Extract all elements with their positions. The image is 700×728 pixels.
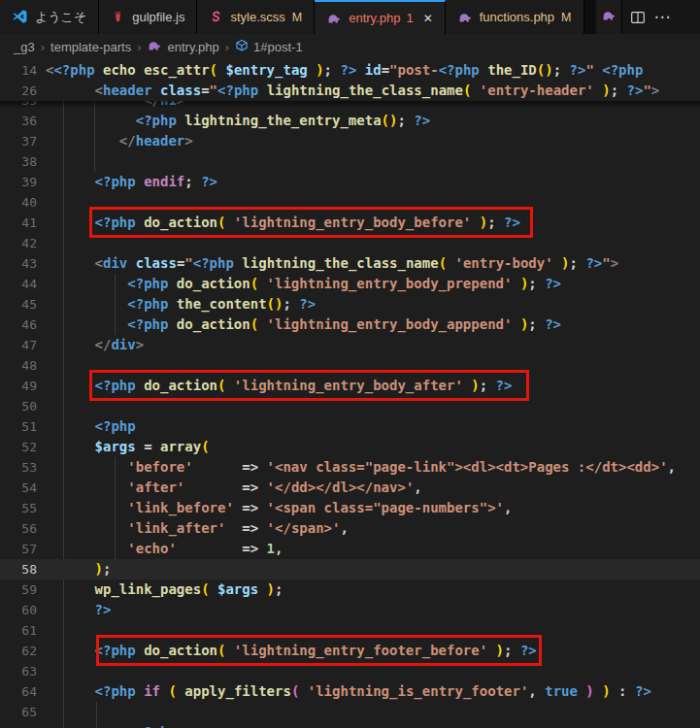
line-number[interactable]: 43	[0, 253, 37, 274]
code-line-60[interactable]: 60?>	[0, 600, 700, 620]
code-line-38[interactable]: 38	[0, 151, 700, 172]
token-bool: true	[545, 683, 578, 699]
line-number[interactable]: 42	[0, 233, 37, 253]
more-actions-icon[interactable]: ⋯	[654, 7, 672, 27]
tab-entry.php[interactable]: entry.php1✕	[315, 0, 446, 34]
code-line-41[interactable]: 41<?php do_action( 'lightning_entry_body…	[0, 213, 700, 233]
code-line-63[interactable]: 63	[0, 661, 700, 681]
split-editor-icon[interactable]	[630, 10, 646, 25]
code-text: 'link_before' => '<span class="page-numb…	[37, 498, 512, 518]
code-line-53[interactable]: 53'before' => '<nav class="page-link"><d…	[0, 457, 700, 478]
code-line-54[interactable]: 54'after' => '</dd></dl></nav>',	[0, 478, 700, 498]
breadcrumb-item-1-post-1[interactable]: 1#post-1	[235, 39, 303, 55]
code-line-37[interactable]: 37</header>	[0, 131, 700, 151]
code-line-39[interactable]: 39<?php endif; ?>	[0, 172, 700, 192]
code-line-50[interactable]: 50	[0, 396, 700, 416]
code-line-51[interactable]: 51<?php	[0, 416, 700, 437]
token-op: ,	[340, 520, 348, 536]
indent-guide-icon	[94, 151, 95, 172]
code-line-56[interactable]: 56'link_after' => '</span>',	[0, 518, 700, 539]
code-line-58[interactable]: 58);	[0, 559, 700, 579]
token-fn: do_action	[144, 215, 217, 230]
line-number[interactable]: 36	[0, 111, 37, 131]
breadcrumb-item-template-parts[interactable]: template-parts	[50, 40, 131, 54]
code-line-64[interactable]: 64<?php if ( apply_filters( 'lightning_i…	[0, 681, 700, 702]
close-icon[interactable]: ✕	[423, 12, 433, 25]
line-number[interactable]: 62	[0, 641, 37, 661]
line-number[interactable]: 58	[0, 559, 37, 579]
token-str: 'lightning_entry_body_before'	[234, 215, 471, 230]
code-line-40[interactable]: 40	[0, 192, 700, 213]
line-number[interactable]: 37	[0, 131, 37, 151]
line-number[interactable]: 39	[0, 172, 37, 192]
line-number[interactable]: 59	[0, 579, 37, 600]
code-line-42[interactable]: 42	[0, 233, 700, 253]
token-op: ;	[553, 62, 570, 78]
line-number[interactable]: 60	[0, 600, 37, 620]
line-number[interactable]: 55	[0, 498, 37, 518]
line-number[interactable]: 63	[0, 661, 37, 681]
tab-functions.php[interactable]: functions.phpM	[446, 0, 584, 34]
line-number[interactable]: 53	[0, 457, 37, 478]
sticky-scroll: 14<<?php echo esc_attr( $entry_tag ); ?>…	[0, 60, 700, 101]
token-op: ;	[397, 113, 414, 128]
code-line-61[interactable]: 61	[0, 620, 700, 641]
code-line-52[interactable]: 52$args = array(	[0, 437, 700, 457]
token-b1: (	[201, 439, 209, 454]
token-php: <?php	[95, 643, 145, 658]
token-tag: div	[103, 255, 127, 271]
code-line-47[interactable]: 47</div>	[0, 335, 700, 355]
line-number[interactable]: 49	[0, 376, 37, 396]
indent-guide-icon	[63, 192, 64, 213]
code-text	[37, 620, 46, 641]
line-number[interactable]: 26	[0, 81, 37, 101]
code-line-36[interactable]: 36<?php lightning_the_entry_meta(); ?>	[0, 111, 700, 131]
sass-icon	[209, 10, 223, 24]
line-number[interactable]: 14	[0, 60, 37, 81]
line-number[interactable]: 66	[0, 722, 37, 728]
line-number[interactable]: 45	[0, 294, 37, 314]
token-op: ;	[275, 581, 283, 597]
code-line-66[interactable]: 66<?php	[0, 722, 700, 728]
line-number[interactable]: 40	[0, 192, 37, 213]
token-php: ?>	[585, 255, 602, 271]
line-number[interactable]: 41	[0, 213, 37, 233]
line-number[interactable]: 44	[0, 274, 37, 294]
code-line-44[interactable]: 44<?php do_action( 'lightning_entry_body…	[0, 274, 700, 294]
partial-tab[interactable]	[596, 0, 622, 34]
line-number[interactable]: 56	[0, 518, 37, 539]
code-line-49[interactable]: 49<?php do_action( 'lightning_entry_body…	[0, 376, 700, 396]
code-line-59[interactable]: 59wp_link_pages( $args );	[0, 579, 700, 600]
line-number[interactable]: 52	[0, 437, 37, 457]
token-php: ?>	[340, 62, 364, 78]
tab-style.scss[interactable]: style.scssM	[197, 0, 315, 34]
code-line-14[interactable]: 14<<?php echo esc_attr( $entry_tag ); ?>…	[0, 60, 700, 81]
code-line-48[interactable]: 48	[0, 355, 700, 376]
code-line-45[interactable]: 45<?php the_content(); ?>	[0, 294, 700, 314]
code-line-57[interactable]: 57'echo' => 1,	[0, 539, 700, 559]
code-line-55[interactable]: 55'link_before' => '<span class="page-nu…	[0, 498, 700, 518]
code-line-26[interactable]: 26<header class="<?php lightning_the_cla…	[0, 81, 700, 101]
code-line-43[interactable]: 43<div class="<?php lightning_the_class_…	[0, 253, 700, 274]
line-number[interactable]: 47	[0, 335, 37, 355]
line-number[interactable]: 64	[0, 681, 37, 702]
code-line-62[interactable]: 62<?php do_action( 'lightning_entry_foot…	[0, 641, 700, 661]
token-php: <?php	[95, 378, 145, 393]
line-number[interactable]: 65	[0, 702, 37, 722]
line-number[interactable]: 48	[0, 355, 37, 376]
line-number[interactable]: 38	[0, 151, 37, 172]
line-number[interactable]: 50	[0, 396, 37, 416]
code-line-65[interactable]: 65	[0, 702, 700, 722]
tab--[interactable]: ようこそ	[0, 0, 99, 34]
line-number[interactable]: 46	[0, 314, 37, 335]
line-number[interactable]: 51	[0, 416, 37, 437]
line-number[interactable]: 61	[0, 620, 37, 641]
code-line-46[interactable]: 46<?php do_action( 'lightning_entry_body…	[0, 314, 700, 335]
breadcrumb-item-_g3[interactable]: _g3	[14, 40, 35, 54]
line-number[interactable]: 57	[0, 539, 37, 559]
line-number[interactable]: 54	[0, 478, 37, 498]
breadcrumb-item-entry.php[interactable]: entry.php	[147, 38, 218, 56]
tab-gulpfile.js[interactable]: gulpfile.js	[99, 0, 197, 34]
code-text: <?php	[37, 416, 136, 437]
token-attr: class	[136, 255, 177, 271]
